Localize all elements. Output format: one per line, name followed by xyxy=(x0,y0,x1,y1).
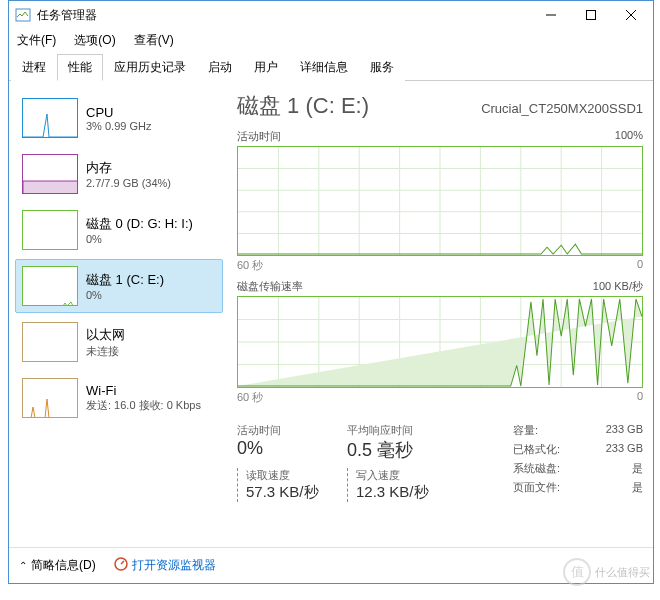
sysdisk-value: 是 xyxy=(632,461,643,476)
pagefile-label: 页面文件: xyxy=(513,480,560,495)
close-button[interactable] xyxy=(611,2,651,28)
resp-time-label: 平均响应时间 xyxy=(347,423,457,438)
svg-rect-2 xyxy=(587,11,596,20)
ethernet-sub: 未连接 xyxy=(86,344,125,359)
maximize-button[interactable] xyxy=(571,2,611,28)
tab-startup[interactable]: 启动 xyxy=(197,54,243,81)
memory-title: 内存 xyxy=(86,159,171,177)
cpu-thumb xyxy=(22,98,78,138)
stats-panel: 活动时间 0% 平均响应时间 0.5 毫秒 读取速度 57.3 KB/秒 xyxy=(237,423,643,502)
tab-services[interactable]: 服务 xyxy=(359,54,405,81)
disk0-thumb xyxy=(22,210,78,250)
sysdisk-label: 系统磁盘: xyxy=(513,461,560,476)
active-time-value: 0% xyxy=(237,438,347,459)
task-manager-window: 任务管理器 文件(F) 选项(O) 查看(V) 进程 性能 应用历史记录 启动 … xyxy=(8,0,654,584)
open-resource-monitor-link[interactable]: 打开资源监视器 xyxy=(114,557,216,574)
tab-processes[interactable]: 进程 xyxy=(11,54,57,81)
main-title: 磁盘 1 (C: E:) xyxy=(237,91,369,121)
disk1-title: 磁盘 1 (C: E:) xyxy=(86,271,164,289)
cpu-sub: 3% 0.99 GHz xyxy=(86,120,151,132)
activity-chart-section: 活动时间 100% 60 秒 0 xyxy=(237,129,643,273)
transfer-chart-section: 磁盘传输速率 100 KB/秒 60 秒 0 xyxy=(237,279,643,405)
watermark-icon: 值 xyxy=(563,558,591,586)
tabbar: 进程 性能 应用历史记录 启动 用户 详细信息 服务 xyxy=(9,53,653,81)
cpu-title: CPU xyxy=(86,105,151,120)
transfer-x-right: 0 xyxy=(637,390,643,405)
tab-app-history[interactable]: 应用历史记录 xyxy=(103,54,197,81)
pagefile-value: 是 xyxy=(632,480,643,495)
disk1-thumb xyxy=(22,266,78,306)
memory-thumb xyxy=(22,154,78,194)
formatted-label: 已格式化: xyxy=(513,442,560,457)
memory-sub: 2.7/7.9 GB (34%) xyxy=(86,177,171,189)
disk0-sub: 0% xyxy=(86,233,193,245)
write-speed-value: 12.3 KB/秒 xyxy=(356,483,457,502)
transfer-chart xyxy=(237,296,643,388)
resp-time-value: 0.5 毫秒 xyxy=(347,438,457,462)
formatted-value: 233 GB xyxy=(606,442,643,457)
read-speed-value: 57.3 KB/秒 xyxy=(246,483,347,502)
transfer-chart-max: 100 KB/秒 xyxy=(593,279,643,294)
svg-line-32 xyxy=(121,561,124,564)
sidebar-item-ethernet[interactable]: 以太网未连接 xyxy=(15,315,223,369)
svg-rect-5 xyxy=(23,181,78,194)
activity-x-left: 60 秒 xyxy=(237,258,263,273)
sidebar: CPU3% 0.99 GHz 内存2.7/7.9 GB (34%) 磁盘 0 (… xyxy=(15,91,227,547)
content: CPU3% 0.99 GHz 内存2.7/7.9 GB (34%) 磁盘 0 (… xyxy=(9,81,653,547)
transfer-chart-label: 磁盘传输速率 xyxy=(237,279,303,294)
activity-chart xyxy=(237,146,643,256)
disk-model: Crucial_CT250MX200SSD1 xyxy=(481,101,643,116)
wifi-sub: 发送: 16.0 接收: 0 Kbps xyxy=(86,398,201,413)
chevron-up-icon: ⌃ xyxy=(19,560,27,571)
main-panel: 磁盘 1 (C: E:) Crucial_CT250MX200SSD1 活动时间… xyxy=(227,91,643,547)
resource-monitor-icon xyxy=(114,557,128,574)
sidebar-item-disk0[interactable]: 磁盘 0 (D: G: H: I:)0% xyxy=(15,203,223,257)
activity-x-right: 0 xyxy=(637,258,643,273)
minimize-button[interactable] xyxy=(531,2,571,28)
disk1-sub: 0% xyxy=(86,289,164,301)
menubar: 文件(F) 选项(O) 查看(V) xyxy=(9,29,653,51)
disk0-title: 磁盘 0 (D: G: H: I:) xyxy=(86,215,193,233)
app-icon xyxy=(15,7,31,23)
wifi-title: Wi-Fi xyxy=(86,383,201,398)
capacity-label: 容量: xyxy=(513,423,538,438)
activity-chart-label: 活动时间 xyxy=(237,129,281,144)
menu-view[interactable]: 查看(V) xyxy=(130,30,178,51)
titlebar: 任务管理器 xyxy=(9,1,653,29)
transfer-x-left: 60 秒 xyxy=(237,390,263,405)
activity-chart-max: 100% xyxy=(615,129,643,144)
sidebar-item-cpu[interactable]: CPU3% 0.99 GHz xyxy=(15,91,223,145)
sidebar-item-wifi[interactable]: Wi-Fi发送: 16.0 接收: 0 Kbps xyxy=(15,371,223,425)
sidebar-item-memory[interactable]: 内存2.7/7.9 GB (34%) xyxy=(15,147,223,201)
menu-options[interactable]: 选项(O) xyxy=(70,30,119,51)
write-speed-label: 写入速度 xyxy=(356,468,457,483)
ethernet-thumb xyxy=(22,322,78,362)
fewer-details-button[interactable]: ⌃简略信息(D) xyxy=(19,557,96,574)
sidebar-item-disk1[interactable]: 磁盘 1 (C: E:)0% xyxy=(15,259,223,313)
menu-file[interactable]: 文件(F) xyxy=(13,30,60,51)
watermark-text: 什么值得买 xyxy=(595,565,650,580)
tab-details[interactable]: 详细信息 xyxy=(289,54,359,81)
active-time-label: 活动时间 xyxy=(237,423,347,438)
ethernet-title: 以太网 xyxy=(86,326,125,344)
tab-users[interactable]: 用户 xyxy=(243,54,289,81)
read-speed-label: 读取速度 xyxy=(246,468,347,483)
wifi-thumb xyxy=(22,378,78,418)
capacity-value: 233 GB xyxy=(606,423,643,438)
watermark: 值 什么值得买 xyxy=(540,554,650,590)
app-title: 任务管理器 xyxy=(37,7,531,24)
tab-performance[interactable]: 性能 xyxy=(57,54,103,81)
